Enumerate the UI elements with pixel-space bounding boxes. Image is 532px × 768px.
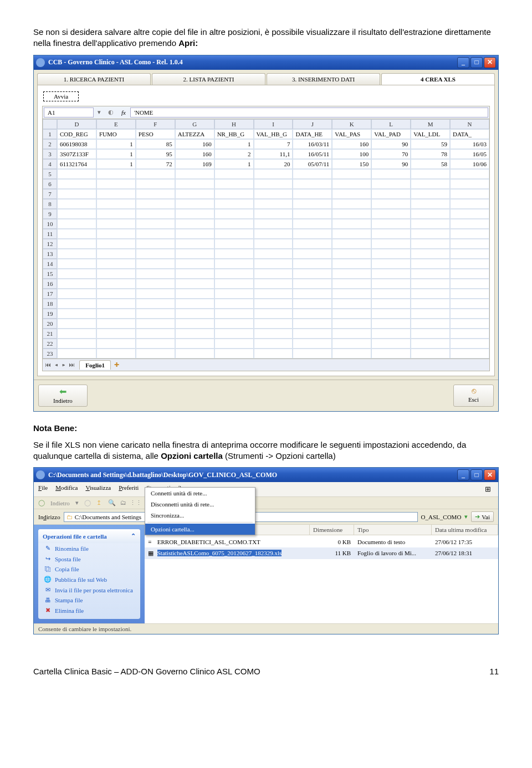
cell[interactable] xyxy=(214,349,254,359)
row-header[interactable]: 2 xyxy=(43,139,57,149)
cell[interactable] xyxy=(57,309,96,319)
cell[interactable] xyxy=(214,339,254,349)
row-header[interactable]: 4 xyxy=(43,159,57,169)
cell[interactable] xyxy=(332,219,371,229)
cell[interactable]: 05/07/11 xyxy=(293,159,332,169)
ctx-sincronizza[interactable]: Sincronizza... xyxy=(145,510,255,521)
cell[interactable] xyxy=(57,259,96,269)
menu-file[interactable]: File xyxy=(38,484,48,494)
cell[interactable] xyxy=(254,259,293,269)
cell[interactable] xyxy=(411,169,450,179)
cell[interactable] xyxy=(96,349,136,359)
cell[interactable]: 78 xyxy=(411,149,450,159)
cell[interactable] xyxy=(96,179,136,189)
cell[interactable] xyxy=(136,169,175,179)
tab-crea-xls[interactable]: 4 CREA XLS xyxy=(381,73,495,85)
row-header[interactable]: 7 xyxy=(43,189,57,199)
row-header[interactable]: 10 xyxy=(43,219,57,229)
cell[interactable]: 1 xyxy=(96,149,136,159)
cell[interactable]: 59 xyxy=(411,139,450,149)
cell[interactable]: 7 xyxy=(254,139,293,149)
cell[interactable]: 90 xyxy=(371,139,411,149)
cell[interactable]: 150 xyxy=(332,159,371,169)
cell[interactable] xyxy=(293,209,332,219)
cell[interactable]: 20 xyxy=(254,159,293,169)
formula-input[interactable]: 'NOME xyxy=(130,107,488,117)
cell[interactable]: 90 xyxy=(371,159,411,169)
row-header[interactable]: 12 xyxy=(43,239,57,249)
cell[interactable] xyxy=(175,299,214,309)
cell[interactable] xyxy=(371,229,411,239)
avvia-button[interactable]: Avvia xyxy=(43,91,79,101)
cell[interactable]: 58 xyxy=(411,159,450,169)
cell[interactable] xyxy=(332,329,371,339)
cell[interactable] xyxy=(214,319,254,329)
cell[interactable] xyxy=(57,319,96,329)
cell[interactable]: 10/06 xyxy=(450,159,489,169)
grid[interactable]: DEFGHIJKLMN1COD_REGFUMOPESOALTEZZANR_HB_… xyxy=(43,119,489,359)
cell[interactable] xyxy=(214,199,254,209)
cell[interactable] xyxy=(411,349,450,359)
ctx-disconnetti[interactable]: Disconnetti unità di rete... xyxy=(145,499,255,510)
cell[interactable] xyxy=(57,179,96,189)
row-header[interactable]: 19 xyxy=(43,309,57,319)
cell[interactable] xyxy=(293,319,332,329)
cell[interactable]: ALTEZZA xyxy=(175,129,214,139)
row-header[interactable]: 22 xyxy=(43,339,57,349)
task-rinomina[interactable]: ✎Rinomina file xyxy=(38,543,140,554)
cell[interactable] xyxy=(371,289,411,299)
cell[interactable] xyxy=(96,249,136,259)
cell[interactable] xyxy=(371,199,411,209)
cell[interactable] xyxy=(96,169,136,179)
back-icon[interactable]: ◯ xyxy=(38,499,45,506)
cell[interactable]: 16/05 xyxy=(450,149,489,159)
cell[interactable] xyxy=(254,329,293,339)
cell[interactable] xyxy=(450,319,489,329)
cell[interactable] xyxy=(332,349,371,359)
cell[interactable] xyxy=(450,169,489,179)
cell[interactable] xyxy=(96,239,136,249)
cell[interactable] xyxy=(293,329,332,339)
cell[interactable] xyxy=(450,239,489,249)
cell[interactable] xyxy=(136,299,175,309)
cell[interactable] xyxy=(57,189,96,199)
col-header[interactable]: G xyxy=(175,119,214,129)
task-elimina[interactable]: ✖Elimina file xyxy=(38,605,140,616)
cell[interactable]: VAL_PAD xyxy=(371,129,411,139)
cell[interactable] xyxy=(214,279,254,289)
cell[interactable] xyxy=(136,189,175,199)
task-pubblica[interactable]: 🌐Pubblica file sul Web xyxy=(38,574,140,585)
cell[interactable] xyxy=(175,169,214,179)
cell[interactable]: 160 xyxy=(175,139,214,149)
cell[interactable]: 95 xyxy=(136,149,175,159)
cell[interactable] xyxy=(96,209,136,219)
cell[interactable] xyxy=(450,329,489,339)
collapse-icon[interactable]: ⌃ xyxy=(131,533,136,540)
cell[interactable] xyxy=(293,269,332,279)
cell[interactable] xyxy=(293,229,332,239)
cell[interactable]: 169 xyxy=(175,159,214,169)
menu-visualizza[interactable]: Visualizza xyxy=(85,484,111,494)
cell[interactable] xyxy=(57,329,96,339)
cell[interactable] xyxy=(214,239,254,249)
row-header[interactable]: 1 xyxy=(43,129,57,139)
cell[interactable] xyxy=(293,219,332,229)
cell[interactable] xyxy=(411,309,450,319)
cell[interactable] xyxy=(450,349,489,359)
cell[interactable] xyxy=(293,339,332,349)
cell[interactable] xyxy=(254,289,293,299)
cell[interactable] xyxy=(96,299,136,309)
cell[interactable] xyxy=(293,259,332,269)
cell[interactable] xyxy=(175,289,214,299)
cell[interactable] xyxy=(450,269,489,279)
cell[interactable] xyxy=(96,309,136,319)
cell[interactable] xyxy=(214,179,254,189)
cell[interactable]: 160 xyxy=(332,139,371,149)
cell[interactable] xyxy=(371,309,411,319)
cell[interactable] xyxy=(332,239,371,249)
cell[interactable] xyxy=(332,309,371,319)
row-header[interactable]: 11 xyxy=(43,229,57,239)
col-header[interactable]: H xyxy=(214,119,254,129)
cell[interactable] xyxy=(293,349,332,359)
cell[interactable] xyxy=(175,189,214,199)
